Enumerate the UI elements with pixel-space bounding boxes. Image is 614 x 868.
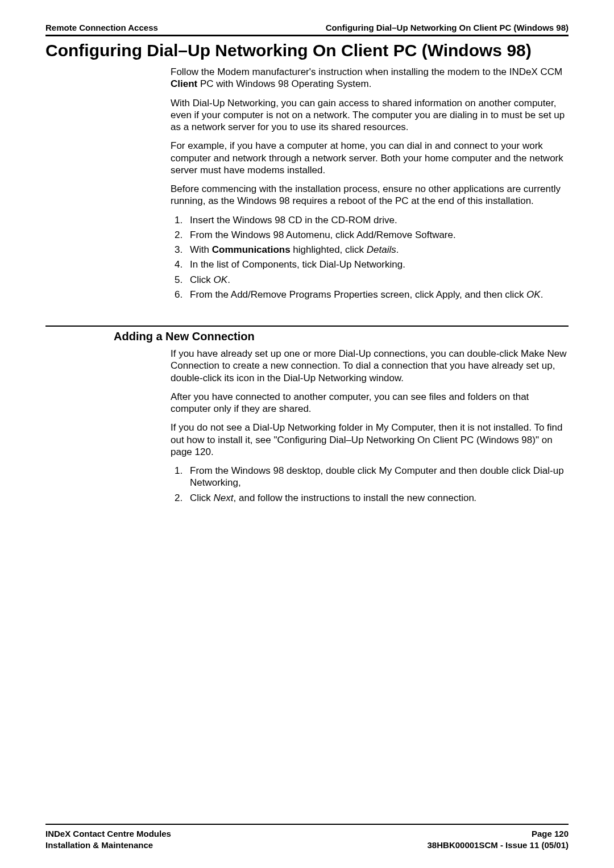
text: Click [190, 274, 214, 285]
ok-italic: OK [526, 289, 541, 300]
text: . [396, 244, 399, 255]
section2-paragraph-1: If you have already set up one or more D… [171, 348, 569, 384]
next-italic: Next [214, 493, 234, 503]
running-footer: INDeX Contact Centre Modules Installatio… [45, 824, 569, 852]
section-divider [45, 326, 569, 327]
text: With [190, 244, 212, 255]
conn-step-1: From the Windows 98 desktop, double clic… [185, 465, 569, 489]
section2-content: If you have already set up one or more D… [171, 344, 569, 513]
footer-left-line2: Installation & Maintenance [45, 840, 171, 851]
footer-left-line1: INDeX Contact Centre Modules [45, 828, 171, 840]
text: PC with Windows 98 Operating System. [197, 78, 371, 89]
step-6: From the Add/Remove Programs Properties … [185, 289, 569, 301]
header-left: Remote Connection Access [45, 23, 158, 32]
communications-bold: Communications [212, 244, 291, 255]
intro-paragraph-1: Follow the Modem manufacturer's instruct… [171, 66, 569, 90]
footer-doc-id: 38HBK00001SCM - Issue 11 (05/01) [428, 840, 569, 851]
client-bold: Client [171, 78, 197, 89]
section2-paragraph-3: If you do not see a Dial-Up Networking f… [171, 422, 569, 458]
intro-paragraph-2: With Dial-Up Networking, you can gain ac… [171, 97, 569, 133]
text: . [227, 274, 230, 285]
step-4: In the list of Components, tick Dial-Up … [185, 258, 569, 270]
conn-step-2: Click Next, and follow the instructions … [185, 492, 569, 504]
section2-paragraph-2: After you have connected to another comp… [171, 391, 569, 415]
section-title-adding: Adding a New Connection [114, 330, 569, 343]
install-steps: Insert the Windows 98 CD in the CD-ROM d… [171, 214, 569, 301]
text: Follow the Modem manufacturer's instruct… [171, 66, 562, 77]
footer-right: Page 120 38HBK00001SCM - Issue 11 (05/01… [428, 828, 569, 852]
step-1: Insert the Windows 98 CD in the CD-ROM d… [185, 214, 569, 226]
footer-left: INDeX Contact Centre Modules Installatio… [45, 828, 171, 852]
header-right: Configuring Dial–Up Networking On Client… [326, 23, 569, 32]
running-header: Remote Connection Access Configuring Dia… [45, 23, 569, 36]
step-3: With Communications highlighted, click D… [185, 244, 569, 256]
page-title: Configuring Dial–Up Networking On Client… [45, 41, 569, 60]
footer-page-number: Page 120 [428, 828, 569, 840]
text: , and follow the instructions to install… [234, 493, 474, 503]
text: Click [190, 493, 214, 503]
connection-steps: From the Windows 98 desktop, double clic… [171, 465, 569, 504]
ok-italic: OK [214, 274, 228, 285]
text: highlighted, click [291, 244, 367, 255]
details-italic: Details [367, 244, 396, 255]
main-content: Follow the Modem manufacturer's instruct… [171, 62, 569, 310]
intro-paragraph-3: For example, if you have a computer at h… [171, 140, 569, 176]
period-italic: . [474, 493, 477, 503]
page: Remote Connection Access Configuring Dia… [0, 0, 614, 868]
text: From the Add/Remove Programs Properties … [190, 289, 526, 300]
step-2: From the Windows 98 Automenu, click Add/… [185, 229, 569, 241]
intro-paragraph-4: Before commencing with the installation … [171, 183, 569, 207]
step-5: Click OK. [185, 274, 569, 286]
text: . [541, 289, 544, 300]
